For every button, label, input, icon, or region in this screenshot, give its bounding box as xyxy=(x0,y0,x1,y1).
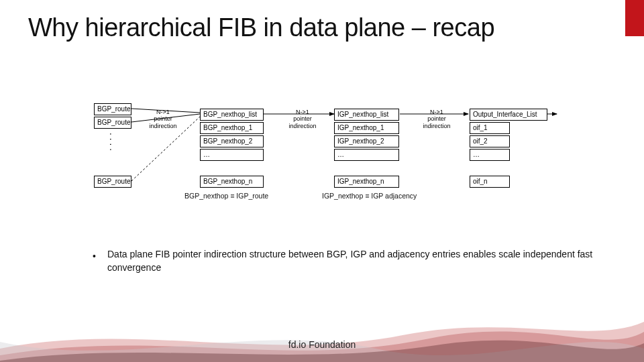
vdots: . . . . xyxy=(111,133,115,151)
bullet-dot-icon: • xyxy=(93,250,96,263)
box-bgp-route-2: BGP_route xyxy=(94,117,131,129)
box-oif-n: oif_n xyxy=(470,176,510,188)
box-oif-1: oif_1 xyxy=(470,122,510,134)
indir2-l3: indirection xyxy=(285,123,320,129)
box-bgp-nexthop-head: BGP_nexthop_list xyxy=(200,109,264,121)
indir1-l3: indirection xyxy=(146,123,180,129)
indir1-l1: N->1 xyxy=(146,109,180,115)
indirection-2: N->1 pointer indirection xyxy=(285,109,320,129)
box-oif-ell: … xyxy=(470,149,510,161)
indir1-l2: pointer xyxy=(146,115,180,122)
box-bgp-nexthop-2: BGP_nexthop_2 xyxy=(200,135,264,147)
box-igp-nexthop-ell: … xyxy=(334,149,399,161)
box-bgp-nexthop-n: BGP_nexthop_n xyxy=(200,176,264,188)
box-bgp-route-1: BGP_route xyxy=(94,103,131,115)
indirection-1: N->1 pointer indirection xyxy=(146,109,180,129)
caption-bgp: BGP_nexthop ≡ IGP_route xyxy=(184,192,268,200)
accent-bar xyxy=(625,0,644,36)
box-igp-nexthop-2: IGP_nexthop_2 xyxy=(334,135,399,147)
slide: Why hierarchical FIB in data plane – rec… xyxy=(0,0,644,362)
box-bgp-route-n: BGP_route xyxy=(94,176,131,188)
bullet-text: Data plane FIB pointer indirection struc… xyxy=(107,249,592,273)
footer: fd.io Foundation xyxy=(0,339,644,350)
box-bgp-nexthop-1: BGP_nexthop_1 xyxy=(200,122,264,134)
bullet-1: • Data plane FIB pointer indirection str… xyxy=(107,248,604,274)
box-bgp-nexthop-ell: … xyxy=(200,149,264,161)
box-igp-nexthop-n: IGP_nexthop_n xyxy=(334,176,399,188)
indir2-l1: N->1 xyxy=(285,109,320,115)
indir3-l3: indirection xyxy=(419,123,454,129)
slide-title: Why hierarchical FIB in data plane – rec… xyxy=(28,13,494,42)
indir3-l1: N->1 xyxy=(419,109,454,115)
diagram: BGP_route BGP_route . . . . BGP_route N-… xyxy=(0,94,644,228)
indirection-3: N->1 pointer indirection xyxy=(419,109,454,129)
box-oif-2: oif_2 xyxy=(470,135,510,147)
indir2-l2: pointer xyxy=(285,115,320,122)
box-igp-nexthop-head: IGP_nexthop_list xyxy=(334,109,399,121)
box-igp-nexthop-1: IGP_nexthop_1 xyxy=(334,122,399,134)
caption-igp: IGP_nexthop ≡ IGP adjacency xyxy=(322,192,417,200)
background-swoosh xyxy=(0,282,644,362)
indir3-l2: pointer xyxy=(419,115,454,122)
box-oif-head: Output_Interface_List xyxy=(470,109,547,121)
